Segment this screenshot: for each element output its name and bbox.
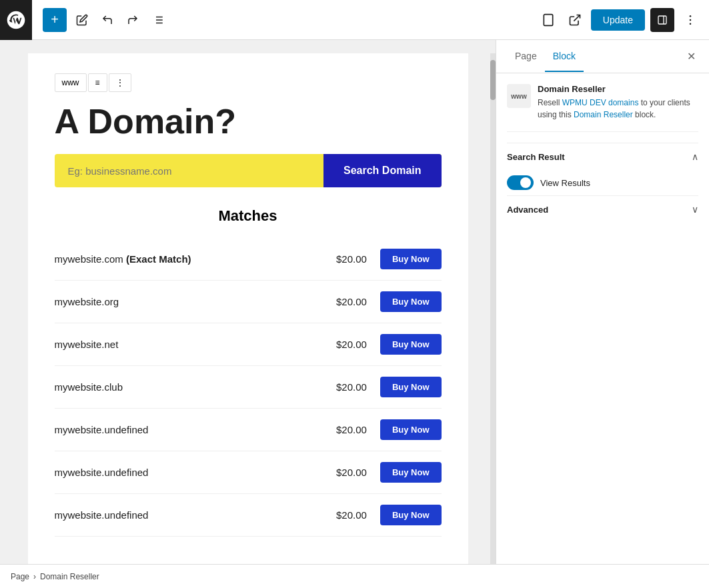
undo-button[interactable] (97, 10, 117, 30)
search-domain-button[interactable]: Search Domain (323, 154, 441, 187)
block-info-text: Domain Reseller Resell WPMU DEV domains … (538, 84, 698, 121)
wordpress-icon (5, 9, 27, 31)
toolbar-right: Update (538, 8, 701, 32)
svg-rect-6 (544, 14, 552, 25)
toggle-row: View Results (507, 170, 698, 195)
add-block-button[interactable]: + (43, 8, 67, 32)
tab-block[interactable]: Block (545, 41, 584, 72)
domain-search-input[interactable] (55, 154, 324, 187)
svg-line-8 (574, 15, 580, 21)
statusbar-separator: › (33, 572, 36, 581)
preview-tablet-button[interactable] (538, 9, 559, 31)
view-results-label: View Results (540, 178, 590, 188)
buy-now-button[interactable]: Buy Now (380, 419, 442, 440)
domain-reseller-link[interactable]: Domain Reseller (574, 110, 633, 119)
sidebar-content: www Domain Reseller Resell WPMU DEV doma… (496, 73, 709, 564)
svg-point-12 (690, 19, 692, 21)
domain-row: mywebsite.undefined $20.00 Buy Now (55, 451, 442, 494)
domain-name: mywebsite.undefined (55, 509, 327, 521)
domain-row: mywebsite.org $20.00 Buy Now (55, 281, 442, 323)
domain-list: mywebsite.com (Exact Match) $20.00 Buy N… (55, 238, 442, 537)
view-results-toggle[interactable] (507, 175, 534, 190)
redo-icon (127, 14, 139, 26)
toolbar: + Update (0, 0, 709, 40)
domain-name: mywebsite.org (55, 296, 327, 307)
block-description: Resell WPMU DEV domains to your clients … (538, 97, 698, 121)
buy-now-button[interactable]: Buy Now (380, 377, 442, 397)
sidebar-toggle-button[interactable] (650, 8, 674, 32)
domain-name: mywebsite.undefined (55, 467, 327, 478)
advanced-title: Advanced (507, 205, 548, 215)
domain-price: $20.00 (327, 424, 367, 435)
domain-row: mywebsite.undefined $20.00 Buy Now (55, 409, 442, 451)
domain-name: mywebsite.undefined (55, 424, 327, 435)
toggle-slider (507, 175, 534, 190)
scrollbar-track (490, 53, 496, 564)
domain-row: mywebsite.undefined $20.00 Buy Now (55, 494, 442, 537)
matches-title: Matches (55, 207, 442, 225)
external-link-button[interactable] (564, 9, 586, 31)
undo-icon (101, 14, 113, 26)
domain-name: mywebsite.club (55, 381, 327, 393)
search-result-section-header[interactable]: Search Result ∧ (507, 143, 698, 170)
buy-now-button[interactable]: Buy Now (380, 505, 442, 525)
advanced-section-header[interactable]: Advanced ∨ (507, 195, 698, 223)
update-button[interactable]: Update (591, 9, 645, 31)
domain-price: $20.00 (327, 253, 367, 265)
search-result-title: Search Result (507, 152, 565, 162)
block-title: Domain Reseller (538, 84, 698, 94)
block-toolbar: www ≡ ⋮ (55, 73, 442, 92)
advanced-chevron-icon: ∨ (692, 204, 698, 215)
main-layout: www ≡ ⋮ A Domain? Search Domain Matches (0, 40, 709, 564)
edit-button[interactable] (72, 10, 92, 30)
wp-logo-icon (0, 0, 32, 40)
edit-icon (76, 14, 88, 26)
block-align-button[interactable]: ≡ (88, 73, 107, 92)
svg-rect-9 (658, 16, 666, 24)
list-view-button[interactable] (148, 10, 168, 30)
domain-price: $20.00 (327, 296, 367, 307)
block-info: www Domain Reseller Resell WPMU DEV doma… (507, 84, 698, 132)
editor-content: www ≡ ⋮ A Domain? Search Domain Matches (28, 53, 468, 564)
search-bar: Search Domain (55, 154, 442, 187)
statusbar: Page › Domain Reseller (0, 564, 709, 588)
scrollbar-thumb[interactable] (490, 60, 496, 100)
search-result-chevron-icon: ∧ (692, 151, 698, 162)
buy-now-button[interactable]: Buy Now (380, 462, 442, 483)
domain-price: $20.00 (327, 509, 367, 521)
sidebar-header: Page Block ✕ (496, 40, 709, 73)
domain-price: $20.00 (327, 467, 367, 478)
sidebar: Page Block ✕ www Domain Reseller Resell … (496, 40, 709, 564)
tab-page[interactable]: Page (507, 41, 545, 72)
domain-heading: A Domain? (55, 103, 442, 141)
buy-now-button[interactable]: Buy Now (380, 291, 442, 312)
more-options-button[interactable] (680, 9, 701, 31)
block-icon: www (507, 84, 531, 108)
domain-row: mywebsite.club $20.00 Buy Now (55, 366, 442, 409)
redo-button[interactable] (123, 10, 143, 30)
block-www-button[interactable]: www (55, 73, 87, 92)
sidebar-close-button[interactable]: ✕ (684, 47, 698, 65)
domain-row: mywebsite.com (Exact Match) $20.00 Buy N… (55, 238, 442, 281)
heading-text: A Domain? (55, 102, 237, 141)
domain-name: mywebsite.net (55, 339, 327, 350)
sidebar-icon (657, 15, 668, 25)
editor-area: www ≡ ⋮ A Domain? Search Domain Matches (0, 40, 496, 564)
svg-point-11 (690, 15, 692, 17)
more-options-icon (684, 13, 697, 27)
block-more-button[interactable]: ⋮ (109, 73, 131, 92)
statusbar-page: Page (11, 572, 29, 581)
statusbar-breadcrumb: Domain Reseller (40, 572, 99, 581)
buy-now-button[interactable]: Buy Now (380, 249, 442, 269)
tablet-icon (542, 13, 555, 27)
buy-now-button[interactable]: Buy Now (380, 334, 442, 355)
wpmu-dev-link[interactable]: WPMU DEV domains (562, 98, 639, 107)
svg-point-13 (690, 23, 692, 25)
list-icon (152, 14, 164, 26)
exact-match-label: (Exact Match) (126, 253, 191, 265)
domain-row: mywebsite.net $20.00 Buy Now (55, 323, 442, 366)
search-result-content: View Results (507, 170, 698, 195)
external-link-icon (568, 13, 582, 27)
domain-price: $20.00 (327, 339, 367, 350)
domain-price: $20.00 (327, 381, 367, 393)
